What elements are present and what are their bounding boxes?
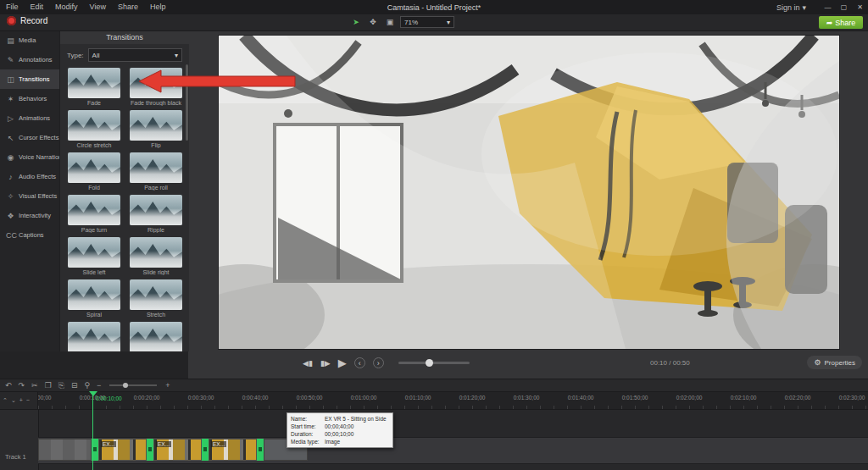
transition-thumbnail[interactable] <box>130 279 182 310</box>
split-icon[interactable]: ⊟ <box>71 381 78 390</box>
menu-modify[interactable]: Modify <box>49 0 84 14</box>
transition-thumbnail[interactable] <box>130 237 182 268</box>
transition-item-ripple[interactable]: Ripple <box>128 195 184 233</box>
transition-thumbnail[interactable] <box>130 322 182 351</box>
transition-thumbnail[interactable] <box>68 279 120 310</box>
transition-item-partial[interactable] <box>128 322 184 351</box>
share-label: Share <box>835 19 855 27</box>
gear-icon: ⚙ <box>814 358 821 367</box>
transition-thumbnail[interactable] <box>68 68 120 98</box>
zoom-in-icon[interactable]: + <box>165 381 170 390</box>
menu-file[interactable]: File <box>0 0 25 14</box>
sidebar-item-voice-narration[interactable]: ◉ Voice Narration <box>0 147 59 167</box>
transition-item-flip[interactable]: Flip <box>128 110 184 148</box>
timeline-ruler[interactable]: ⌃ ⌄ + − 0:00:00;00 0:00:10;00 0:00:20;00… <box>0 391 868 410</box>
timeline-clip[interactable]: EX... <box>209 439 257 461</box>
sidebar-item-animations[interactable]: ▷ Animations <box>0 108 59 128</box>
minimize-button[interactable]: — <box>820 0 836 14</box>
menu-edit[interactable]: Edit <box>25 0 50 14</box>
sidebar-item-visual-effects[interactable]: ✧ Visual Effects <box>0 186 59 206</box>
timeline-zoom-slider[interactable] <box>109 384 157 386</box>
sidebar-item-captions[interactable]: CC Captions <box>0 225 59 245</box>
sign-in-button[interactable]: Sign in ▾ <box>776 3 806 12</box>
record-button[interactable]: Record <box>7 16 47 25</box>
transition-item-stretch[interactable]: Stretch <box>128 279 184 318</box>
transition-item-spiral[interactable]: Spiral <box>66 279 122 318</box>
transition-item-page-roll[interactable]: Page roll <box>128 152 184 191</box>
maximize-button[interactable]: ▢ <box>836 0 852 14</box>
transition-thumbnail[interactable] <box>130 152 182 183</box>
pan-tool-icon[interactable]: ✥ <box>366 16 380 28</box>
chevron-down-icon[interactable]: ⌄ <box>11 397 16 404</box>
transition-item-circle-stretch[interactable]: Circle stretch <box>66 110 122 148</box>
playhead-line[interactable] <box>92 391 93 470</box>
sidebar-item-transitions[interactable]: ◫ Transitions <box>0 69 59 89</box>
ruler-label: 0:02:00;00 <box>676 395 703 401</box>
sidebar-item-cursor-effects[interactable]: ↖ Cursor Effects <box>0 128 59 147</box>
timeline-clip[interactable]: EX... <box>153 439 202 461</box>
step-back-icon[interactable]: ‹ <box>354 357 365 368</box>
undo-icon[interactable]: ↶ <box>5 381 12 390</box>
tooltip-value: EX VR 5 - Sitting on Side <box>325 415 389 423</box>
track-height-increase-icon[interactable]: + <box>19 397 23 403</box>
sidebar-item-label: Annotations <box>19 56 53 64</box>
sidebar-item-media[interactable]: ▤ Media <box>0 30 59 50</box>
transition-marker[interactable] <box>257 439 264 461</box>
step-forward-icon[interactable]: › <box>373 357 384 368</box>
track-name: Track 1 <box>5 453 26 461</box>
transition-thumbnail[interactable] <box>130 195 182 225</box>
transition-thumbnail[interactable] <box>68 110 120 141</box>
tooltip-key: Duration: <box>291 430 325 438</box>
transition-marker[interactable] <box>202 439 209 461</box>
transition-marker[interactable] <box>147 439 153 461</box>
transition-thumbnail[interactable] <box>68 237 120 268</box>
share-button[interactable]: ➦ Share <box>819 16 863 29</box>
close-button[interactable]: ✕ <box>852 0 868 14</box>
transition-item-partial[interactable] <box>66 322 122 351</box>
timeline-zoom-thumb[interactable] <box>123 383 128 388</box>
copy-icon[interactable]: ❐ <box>45 381 52 390</box>
sidebar-item-label: Captions <box>19 231 44 239</box>
canvas-zoom-select[interactable]: 71% ▾ <box>400 16 454 28</box>
zoom-out-icon[interactable]: − <box>97 381 101 390</box>
paste-icon[interactable]: ⎘ <box>58 381 64 390</box>
chevron-up-icon[interactable]: ⌃ <box>3 397 8 404</box>
tooltip-key: Name: <box>291 415 325 423</box>
select-tool-icon[interactable]: ➤ <box>349 16 363 28</box>
transition-thumbnail[interactable] <box>68 322 120 351</box>
timeline-clip[interactable] <box>38 439 92 461</box>
magnifier-icon[interactable]: ⚲ <box>84 381 90 390</box>
menu-share[interactable]: Share <box>112 0 144 14</box>
transition-label: Page turn <box>66 227 122 233</box>
transition-thumbnail[interactable] <box>130 110 182 141</box>
cut-icon[interactable]: ✂ <box>31 381 38 390</box>
sidebar-item-annotations[interactable]: ✎ Annotations <box>0 50 59 69</box>
transition-item-page-turn[interactable]: Page turn <box>66 195 122 233</box>
menu-view[interactable]: View <box>84 0 112 14</box>
sidebar-item-behaviors[interactable]: ✶ Behaviors <box>0 89 59 108</box>
type-select[interactable]: All ▾ <box>88 48 182 62</box>
crop-tool-icon[interactable]: ▣ <box>383 16 397 28</box>
redo-icon[interactable]: ↷ <box>19 381 25 390</box>
menu-help[interactable]: Help <box>144 0 172 14</box>
previous-frame-icon[interactable]: ◀▮ <box>303 359 313 368</box>
transition-item-slide-left[interactable]: Slide left <box>66 237 122 275</box>
transition-item-slide-right[interactable]: Slide right <box>128 237 184 275</box>
next-frame-icon[interactable]: ▮▶ <box>320 359 331 368</box>
sidebar-item-interactivity[interactable]: ❖ Interactivity <box>0 206 59 225</box>
track-row[interactable]: EX... EX... EX... <box>38 437 868 464</box>
sidebar-item-audio-effects[interactable]: ♪ Audio Effects <box>0 167 59 186</box>
cursor-effects-icon: ↖ <box>6 134 15 142</box>
track-height-decrease-icon[interactable]: − <box>26 397 30 403</box>
properties-button[interactable]: ⚙ Properties <box>807 356 862 369</box>
transition-item-fade[interactable]: Fade <box>66 68 122 106</box>
seek-slider[interactable] <box>398 362 470 364</box>
timeline-clip[interactable]: EX... <box>98 439 147 461</box>
seek-slider-thumb[interactable] <box>426 359 433 367</box>
transition-item-fold[interactable]: Fold <box>66 152 122 191</box>
transition-thumbnail[interactable] <box>68 195 120 225</box>
tooltip-row: Duration: 00;00;10;00 <box>287 430 392 438</box>
play-icon[interactable]: ▶ <box>338 357 347 369</box>
canvas-preview[interactable] <box>219 36 839 349</box>
transition-thumbnail[interactable] <box>68 152 120 183</box>
